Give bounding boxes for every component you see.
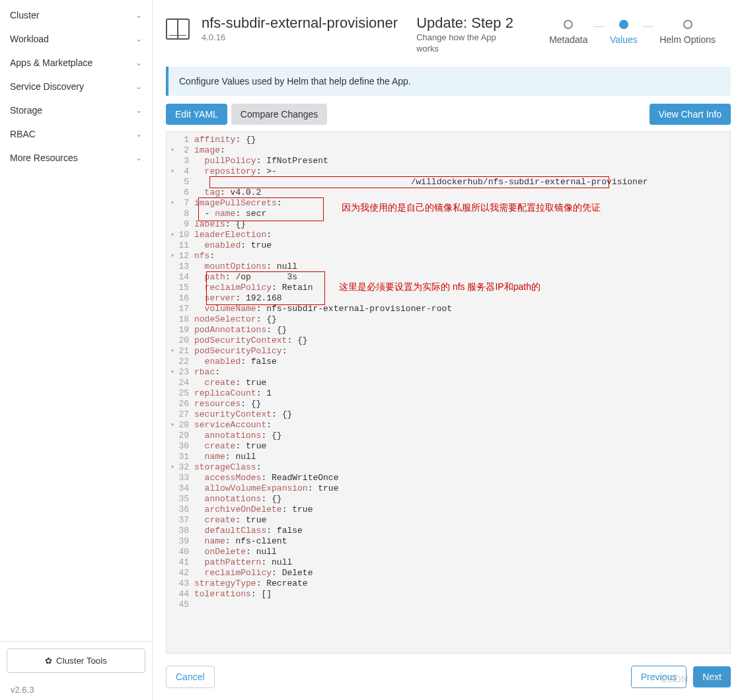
edit-yaml-button[interactable]: Edit YAML: [166, 104, 227, 125]
previous-button[interactable]: Previous: [631, 666, 687, 688]
sidebar-item-workload[interactable]: Workload⌄: [0, 27, 152, 51]
fold-icon: ▾: [167, 145, 178, 156]
code-line[interactable]: 6 tag: v4.0.2: [167, 188, 730, 198]
stepper-label: Metadata: [549, 34, 587, 45]
code-text: reclaimPolicy: Delete: [194, 568, 730, 578]
code-line[interactable]: ▾23rbac:: [167, 367, 730, 378]
view-chart-info-button[interactable]: View Chart Info: [650, 104, 731, 125]
fold-icon: [167, 526, 178, 536]
line-number: 10: [178, 230, 194, 240]
code-text: defaultClass: false: [194, 526, 730, 536]
fold-icon: [167, 357, 178, 367]
code-line[interactable]: 38 defaultClass: false: [167, 526, 730, 536]
code-line[interactable]: 31 name: null: [167, 452, 730, 462]
code-line[interactable]: 1affinity: {}: [167, 135, 730, 145]
code-line[interactable]: 35 annotations: {}: [167, 494, 730, 505]
stepper-step-values[interactable]: Values: [605, 20, 643, 45]
fold-icon: [167, 304, 178, 314]
code-text: /willdockerhub/nfs-subdir-external-provi…: [194, 177, 730, 188]
sidebar-item-storage[interactable]: Storage⌄: [0, 98, 152, 122]
fold-icon: [167, 483, 178, 494]
code-line[interactable]: 41 pathPattern: null: [167, 557, 730, 568]
fold-icon: ▾: [167, 367, 178, 378]
code-line[interactable]: 24 create: true: [167, 378, 730, 388]
next-button[interactable]: Next: [693, 666, 731, 687]
code-line[interactable]: 45: [167, 600, 730, 610]
fold-icon: [167, 378, 178, 388]
chevron-down-icon: ⌄: [135, 58, 142, 67]
code-line[interactable]: 34 allowVolumeExpansion: true: [167, 483, 730, 494]
line-number: 20: [178, 335, 194, 346]
fold-icon: [167, 325, 178, 335]
stepper-step-metadata[interactable]: Metadata: [544, 20, 593, 45]
line-number: 36: [178, 505, 194, 515]
chevron-down-icon: ⌄: [135, 34, 142, 44]
code-line[interactable]: 44tolerations: []: [167, 589, 730, 600]
code-line[interactable]: 40 onDelete: null: [167, 547, 730, 557]
code-text: securityContext: {}: [194, 409, 730, 420]
code-line[interactable]: 5 /willdockerhub/nfs-subdir-external-pro…: [167, 177, 730, 188]
sidebar-item-label: Storage: [10, 105, 42, 116]
code-text: annotations: {}: [194, 431, 730, 441]
code-line[interactable]: ▾28serviceAccount:: [167, 420, 730, 431]
header: nfs-subdir-external-provisioner 4.0.16 U…: [153, 0, 744, 61]
code-line[interactable]: 25replicaCount: 1: [167, 388, 730, 399]
code-line[interactable]: 36 archiveOnDelete: true: [167, 505, 730, 515]
fold-icon: [167, 177, 178, 188]
code-line[interactable]: 19podAnnotations: {}: [167, 325, 730, 335]
code-line[interactable]: 11 enabled: true: [167, 240, 730, 251]
code-line[interactable]: 33 accessModes: ReadWriteOnce: [167, 473, 730, 483]
code-text: serviceAccount:: [194, 420, 730, 431]
cluster-tools-button[interactable]: ✿ Cluster Tools: [7, 648, 145, 673]
line-number: 12: [178, 251, 194, 262]
fold-icon: [167, 314, 178, 325]
code-text: create: true: [194, 378, 730, 388]
yaml-editor[interactable]: 因为我使用的是自己的镜像私服所以我需要配置拉取镜像的凭证 这里是必须要设置为实际…: [166, 131, 731, 654]
sidebar-item-service-discovery[interactable]: Service Discovery⌄: [0, 75, 152, 98]
code-line[interactable]: 9labels: {}: [167, 219, 730, 230]
code-text: tag: v4.0.2: [194, 188, 730, 198]
code-line[interactable]: 37 create: true: [167, 515, 730, 526]
fold-icon: [167, 262, 178, 272]
fold-icon: [167, 335, 178, 346]
code-line[interactable]: 39 name: nfs-client: [167, 536, 730, 547]
line-number: 35: [178, 494, 194, 505]
code-line[interactable]: 29 annotations: {}: [167, 431, 730, 441]
code-line[interactable]: ▾4 repository: >-: [167, 166, 730, 177]
fold-icon: ▾: [167, 420, 178, 431]
code-line[interactable]: 30 create: true: [167, 441, 730, 452]
code-line[interactable]: ▾2image:: [167, 145, 730, 156]
sidebar-item-apps-marketplace[interactable]: Apps & Marketplace⌄: [0, 51, 152, 75]
fold-icon: [167, 589, 178, 600]
line-number: 13: [178, 262, 194, 272]
cancel-button[interactable]: Cancel: [166, 666, 215, 688]
compare-changes-button[interactable]: Compare Changes: [231, 104, 328, 125]
sidebar-item-label: Apps & Marketplace: [10, 57, 93, 68]
code-line[interactable]: 43strategyType: Recreate: [167, 578, 730, 589]
code-line[interactable]: 3 pullPolicy: IfNotPresent: [167, 156, 730, 166]
code-text: [194, 600, 730, 610]
code-line[interactable]: 20podSecurityContext: {}: [167, 335, 730, 346]
code-line[interactable]: 13 mountOptions: null: [167, 262, 730, 272]
sidebar-item-rbac[interactable]: RBAC⌄: [0, 122, 152, 146]
code-line[interactable]: 16 server: 192.168: [167, 293, 730, 304]
code-line[interactable]: 42 reclaimPolicy: Delete: [167, 568, 730, 578]
sidebar-item-cluster[interactable]: Cluster⌄: [0, 3, 152, 27]
cluster-tools-label: Cluster Tools: [56, 656, 107, 666]
sidebar-item-more-resources[interactable]: More Resources⌄: [0, 146, 152, 170]
code-line[interactable]: 22 enabled: false: [167, 357, 730, 367]
code-line[interactable]: ▾32storageClass:: [167, 462, 730, 473]
line-number: 22: [178, 357, 194, 367]
fold-icon: [167, 135, 178, 145]
code-line[interactable]: 26resources: {}: [167, 399, 730, 409]
book-icon: [166, 18, 190, 40]
stepper-step-helm-options[interactable]: Helm Options: [654, 20, 721, 45]
code-line[interactable]: 18nodeSelector: {}: [167, 314, 730, 325]
code-line[interactable]: 27securityContext: {}: [167, 409, 730, 420]
code-line[interactable]: ▾12nfs:: [167, 251, 730, 262]
line-number: 19: [178, 325, 194, 335]
code-line[interactable]: ▾10leaderElection:: [167, 230, 730, 240]
code-line[interactable]: 17 volumeName: nfs-subdir-external-provi…: [167, 304, 730, 314]
code-line[interactable]: ▾21podSecurityPolicy:: [167, 346, 730, 357]
chevron-down-icon: ⌄: [135, 106, 142, 115]
